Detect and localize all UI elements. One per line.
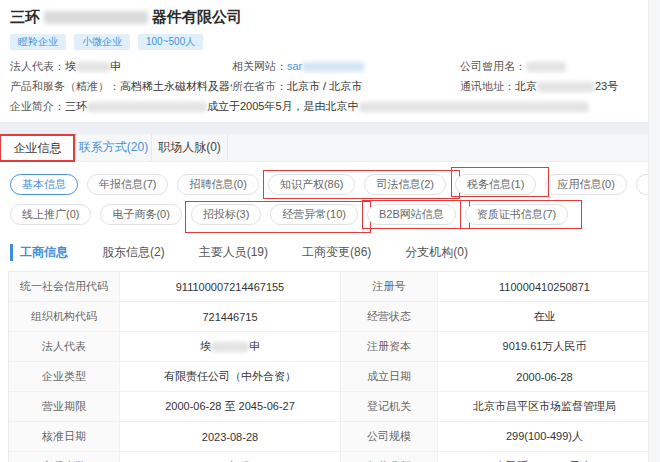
redacted-website: [302, 62, 364, 72]
table-row: 法人代表 埃申 注册资本 9019.61万人民币: [9, 332, 651, 362]
region-label: 所在省市：: [232, 80, 287, 92]
pill-bidding[interactable]: 招投标(3): [191, 204, 261, 225]
main-tabbar: 企业信息 联系方式(20) 职场人脉(0): [0, 134, 660, 162]
section-tab-key-personnel[interactable]: 主要人员(19): [199, 244, 268, 261]
cell-approval-date-label: 核准日期: [9, 422, 120, 451]
cell-registry-label: 登记机关: [341, 392, 438, 421]
separator-band: [0, 122, 660, 134]
products-label: 产品和服务（精准）：: [10, 80, 120, 92]
cell-insured-count-value: 172人 i: [120, 452, 341, 462]
tab-workplace-network-label: 职场人脉(0): [158, 140, 221, 154]
website-field: 相关网站：sar: [232, 59, 460, 74]
tag-headcount: 100~500人: [138, 34, 203, 50]
pill-annual-report[interactable]: 年报信息(7): [87, 174, 168, 195]
pill-app-info[interactable]: 应用信息(0): [545, 174, 626, 195]
pill-online-promo[interactable]: 线上推广(0): [10, 204, 91, 225]
legal-rep-suffix: 申: [110, 60, 121, 72]
website-link[interactable]: sar: [287, 60, 302, 72]
cell-company-size-label: 公司规模: [341, 422, 438, 451]
cell-reg-number-label: 注册号: [341, 272, 438, 301]
tab-company-info-label: 企业信息: [14, 141, 62, 155]
cell-status-value: 在业: [438, 302, 651, 331]
company-name-suffix: 器件有限公司: [152, 8, 242, 27]
cell-status-label: 经营状态: [341, 302, 438, 331]
pill-basic-info[interactable]: 基本信息: [10, 174, 78, 195]
category-pills: 基本信息 年报信息(7) 招聘信息(0) 知识产权(86) 司法信息(2) 税务…: [0, 162, 660, 236]
legal-rep-field: 法人代表：埃申: [10, 59, 232, 74]
annotation-box-b2b: B2B网站信息: [367, 204, 465, 225]
company-header: 三环 器件有限公司 瞪羚企业 小微企业 100~500人 法人代表：埃申 相关网…: [0, 0, 660, 122]
page-right-gutter: [648, 0, 660, 462]
table-row: 企业类型 有限责任公司（中外合资） 成立日期 2000-06-28: [9, 362, 651, 392]
products-value: 高档稀土永磁材料及器件...: [120, 80, 232, 92]
cell-reg-number-value: 110000410250871: [438, 272, 651, 301]
redacted-address: [537, 82, 595, 92]
cell-credit-code-value: 911100007214467155: [120, 272, 341, 301]
company-tags: 瞪羚企业 小微企业 100~500人: [10, 34, 650, 50]
products-field: 产品和服务（精准）：高档稀土永磁材料及器件...: [10, 79, 232, 94]
annotation-box-qualification: 资质证书信息(7): [465, 204, 577, 225]
pill-tax-info[interactable]: 税务信息(1): [455, 174, 536, 195]
tag-gazelle: 瞪羚企业: [10, 34, 66, 50]
redacted-former-name: [526, 62, 566, 72]
legal-rep-prefix: 埃: [65, 60, 76, 72]
company-name-prefix: 三环: [10, 8, 40, 27]
redacted-legal-rep: [76, 62, 110, 72]
company-intro: 企业简介：三环成立于2005年5月，是由北京中: [10, 99, 650, 114]
table-row: 核准日期 2023-08-28 公司规模 299(100-499)人: [9, 422, 651, 452]
annotation-box-ip-judicial: 知识产权(86) 司法信息(2): [268, 174, 455, 195]
cell-business-term-label: 营业期限: [9, 392, 120, 421]
cell-registry-value: 北京市昌平区市场监督管理局: [438, 392, 651, 421]
cell-legal-rep-value: 埃申: [120, 332, 341, 361]
former-name-field: 公司曾用名：: [460, 59, 650, 74]
intro-label: 企业简介：: [10, 100, 65, 112]
cell-founded-date-value: 2000-06-28: [438, 362, 651, 391]
tag-small-enterprise: 小微企业: [74, 34, 130, 50]
business-info-table: 统一社会信用代码 911100007214467155 注册号 11000041…: [8, 271, 652, 462]
cell-reg-capital-label: 注册资本: [341, 332, 438, 361]
address-field: 通讯地址：北京23号: [460, 79, 650, 94]
cell-annual-revenue-value: 人民币10000万元/年: [438, 452, 651, 462]
tab-company-info[interactable]: 企业信息: [0, 134, 76, 161]
cell-approval-date-value: 2023-08-28: [120, 422, 341, 451]
address-suffix: 23号: [595, 80, 618, 92]
redacted-company-name: [44, 11, 148, 24]
region-value: 北京市 / 北京市: [287, 80, 362, 92]
section-tabs: 工商信息 股东信息(2) 主要人员(19) 工商变更(86) 分支机构(0): [0, 236, 660, 271]
cell-annual-revenue-label: 年营业额: [341, 452, 438, 462]
cell-org-code-label: 组织机构代码: [9, 302, 120, 331]
tab-workplace-network[interactable]: 职场人脉(0): [152, 134, 228, 161]
address-prefix: 北京: [515, 80, 537, 92]
pill-b2b-website[interactable]: B2B网站信息: [367, 204, 456, 225]
website-label: 相关网站：: [232, 60, 287, 72]
cell-company-size-value: 299(100-499)人: [438, 422, 651, 451]
cell-org-code-value: 721446715: [120, 302, 341, 331]
intro-part1: 三环: [65, 100, 87, 112]
redacted-intro-1: [87, 102, 207, 112]
pill-judicial-info[interactable]: 司法信息(2): [364, 174, 445, 195]
company-profile-page: 三环 器件有限公司 瞪羚企业 小微企业 100~500人 法人代表：埃申 相关网…: [0, 0, 660, 462]
cell-reg-capital-value: 9019.61万人民币: [438, 332, 651, 361]
address-label: 通讯地址：: [460, 80, 515, 92]
annotation-box-tax-info: 税务信息(1): [455, 174, 545, 195]
pill-business-abnormal[interactable]: 经营异常(10): [270, 204, 358, 225]
section-tab-business-info[interactable]: 工商信息: [10, 244, 68, 261]
pill-recruitment[interactable]: 招聘信息(0): [177, 174, 258, 195]
cell-company-type-value: 有限责任公司（中外合资）: [120, 362, 341, 391]
cell-credit-code-label: 统一社会信用代码: [9, 272, 120, 301]
tab-contact-info[interactable]: 联系方式(20): [76, 134, 152, 161]
cell-business-term-value: 2000-06-28 至 2045-06-27: [120, 392, 341, 421]
pill-qualification-cert[interactable]: 资质证书信息(7): [465, 204, 568, 225]
former-name-label: 公司曾用名：: [460, 60, 526, 72]
intro-part2: 成立于2005年5月，是由北京中: [207, 100, 359, 112]
legal-rep-label: 法人代表：: [10, 60, 65, 72]
annotation-box-bidding-abnormal: 招投标(3) 经营异常(10): [191, 204, 367, 225]
table-row: 组织机构代码 721446715 经营状态 在业: [9, 302, 651, 332]
section-tab-shareholders[interactable]: 股东信息(2): [102, 244, 165, 261]
redacted-intro-2: [359, 102, 589, 112]
section-tab-branches[interactable]: 分支机构(0): [405, 244, 468, 261]
pill-ecommerce[interactable]: 电子商务(0): [100, 204, 181, 225]
cell-legal-rep-label: 法人代表: [9, 332, 120, 361]
section-tab-business-changes[interactable]: 工商变更(86): [302, 244, 371, 261]
pill-intellectual-property[interactable]: 知识产权(86): [268, 174, 356, 195]
